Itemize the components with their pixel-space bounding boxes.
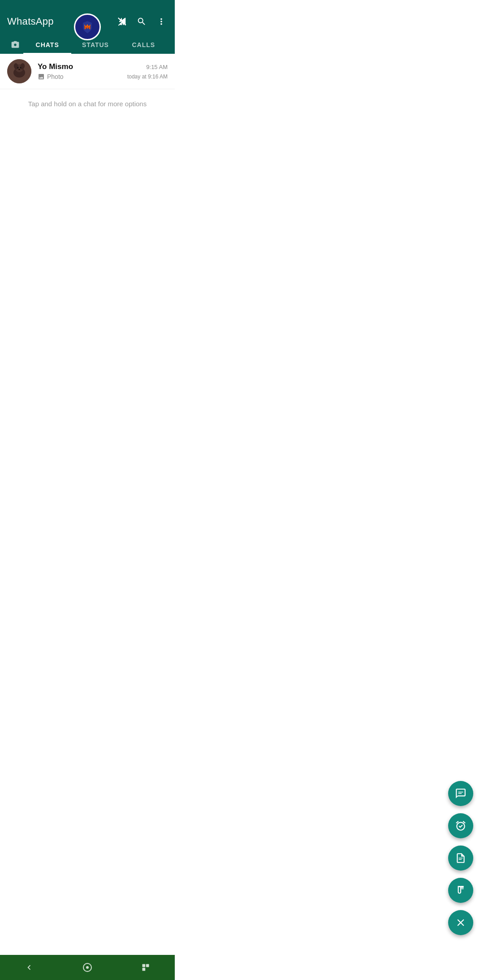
svg-point-8 [18, 69, 20, 70]
chat-preview-text: Photo [47, 73, 64, 80]
header-top-row: WhatsApp [7, 15, 168, 32]
tab-camera[interactable] [7, 36, 23, 54]
status-bar [0, 0, 175, 11]
app-title: WhatsApp [7, 16, 54, 27]
more-vert-icon [156, 17, 166, 26]
airplane-mode-button[interactable] [116, 15, 128, 28]
tab-chats[interactable]: CHATS [23, 36, 71, 54]
chat-header-row: Yo Mismo 9:15 AM [38, 62, 168, 71]
airplane-off-icon [117, 17, 127, 26]
search-icon [137, 17, 147, 26]
tab-calls[interactable]: CALLS [120, 36, 168, 54]
tabs-bar: CHATS STATUS CALLS [7, 36, 168, 54]
chat-info: Yo Mismo 9:15 AM Photo today at 9:16 AM [38, 62, 168, 80]
svg-point-7 [20, 67, 22, 69]
chat-time: 9:15 AM [146, 64, 168, 70]
more-options-button[interactable] [155, 15, 168, 28]
chat-list: Yo Mismo 9:15 AM Photo today at 9:16 AM [0, 54, 175, 89]
camera-icon [11, 40, 20, 49]
chat-second-time: today at 9:16 AM [127, 74, 168, 80]
app-header: WhatsApp [0, 0, 175, 54]
svg-point-6 [17, 67, 19, 69]
header-icons [116, 15, 168, 28]
photo-icon [38, 73, 45, 80]
avatar [7, 59, 31, 83]
chat-item[interactable]: Yo Mismo 9:15 AM Photo today at 9:16 AM [0, 54, 175, 89]
top-header: WhatsApp [0, 11, 175, 54]
search-button[interactable] [135, 15, 148, 28]
chat-name: Yo Mismo [38, 62, 73, 71]
chat-preview: Photo today at 9:16 AM [38, 73, 168, 80]
tab-status[interactable]: STATUS [71, 36, 119, 54]
hint-text: Tap and hold on a chat for more options [0, 89, 175, 118]
